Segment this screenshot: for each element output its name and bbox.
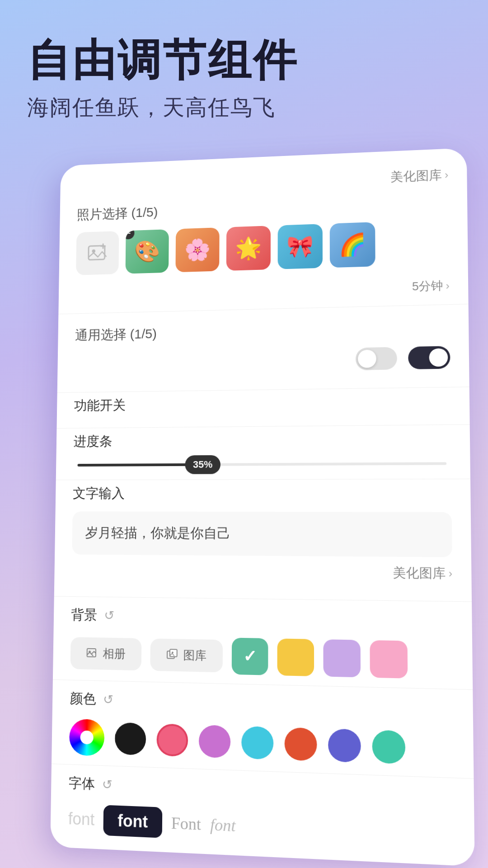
- header-section: 自由调节组件 海阔任鱼跃，天高任鸟飞: [0, 0, 488, 140]
- checkmark-icon: ✓: [243, 646, 257, 666]
- gallery-button[interactable]: 图库: [150, 638, 223, 672]
- gallery-icon: [166, 648, 179, 661]
- bg-swatch-pink[interactable]: [370, 640, 408, 679]
- font-text-faded-left: font: [68, 809, 95, 830]
- font-refresh-icon[interactable]: ↺: [102, 777, 113, 792]
- font-section: 字体 ↺ font font Font font: [68, 764, 455, 856]
- album-icon: [86, 647, 99, 660]
- bg-label: 背景: [71, 606, 97, 625]
- font-text-italic: font: [210, 815, 236, 835]
- color-row: [69, 719, 455, 768]
- top-bar: 美化图库 ›: [77, 166, 449, 198]
- photo-row: −: [76, 219, 449, 275]
- text-input-label: 文字输入: [73, 484, 452, 503]
- progress-track[interactable]: 35%: [78, 462, 447, 467]
- color-dot-black[interactable]: [115, 722, 146, 755]
- toggle-off[interactable]: [356, 347, 397, 370]
- photo-section-label: 照片选择 (1/5): [77, 192, 449, 224]
- toggle-on[interactable]: [408, 346, 450, 369]
- background-section: 背景 ↺ 相册 图库: [70, 597, 453, 689]
- toggle-knob-on: [429, 348, 448, 367]
- sub-title: 海阔任鱼跃，天高任鸟飞: [27, 93, 461, 122]
- function-switch-section: 功能开关: [74, 387, 451, 428]
- photo-thumb-1[interactable]: −: [126, 229, 169, 274]
- font-header: 字体 ↺: [69, 774, 455, 808]
- time-link[interactable]: 5分钟 ›: [412, 278, 450, 294]
- font-item-faded-left[interactable]: font: [68, 809, 95, 830]
- font-item-italic[interactable]: font: [210, 815, 236, 835]
- time-row: 5分钟 ›: [75, 278, 450, 303]
- bg-swatch-purple[interactable]: [323, 639, 361, 677]
- photo-thumb-2[interactable]: [175, 227, 219, 272]
- bg-row: 相册 图库 ✓: [70, 635, 454, 679]
- svg-rect-4: [87, 649, 96, 657]
- color-dot-cyan[interactable]: [241, 726, 273, 760]
- photo-thumb-3[interactable]: [226, 226, 271, 271]
- text-input-section: 文字输入 岁月轻描，你就是你自己 美化图库 ›: [71, 479, 453, 601]
- color-refresh-icon[interactable]: ↺: [103, 692, 113, 708]
- progress-section: 进度条 35%: [73, 425, 451, 480]
- font-item-normal-1[interactable]: Font: [171, 813, 201, 834]
- color-wheel-inner: [80, 731, 93, 745]
- color-wheel[interactable]: [69, 719, 105, 756]
- text-input-box[interactable]: 岁月轻描，你就是你自己: [72, 511, 452, 557]
- album-button[interactable]: 相册: [70, 637, 142, 670]
- function-switch-label: 功能开关: [74, 392, 451, 415]
- color-dot-orange[interactable]: [285, 727, 317, 761]
- bg-swatch-yellow[interactable]: [277, 638, 314, 676]
- photo-thumb-5[interactable]: [330, 222, 375, 268]
- color-dot-pink[interactable]: [156, 723, 188, 757]
- progress-label: 进度条: [74, 429, 451, 451]
- beautify-link-2[interactable]: 美化图库 ›: [393, 564, 452, 582]
- image-add-icon: [87, 242, 108, 264]
- progress-thumb[interactable]: 35%: [185, 455, 221, 474]
- time-chevron-icon: ›: [446, 279, 450, 292]
- general-section-label: 通用选择 (1/5): [75, 318, 450, 344]
- bg-header: 背景 ↺: [71, 606, 453, 631]
- beautify-chevron-icon: ›: [449, 567, 453, 580]
- color-header: 颜色 ↺: [70, 689, 454, 718]
- font-text-selected: font: [117, 811, 148, 832]
- progress-fill: [78, 463, 203, 467]
- photo-section: 照片选择 (1/5) −: [75, 192, 450, 303]
- color-label: 颜色: [70, 689, 96, 709]
- bg-swatch-green[interactable]: ✓: [232, 638, 268, 675]
- color-dot-blue[interactable]: [328, 729, 361, 763]
- add-photo-button[interactable]: [76, 231, 119, 275]
- toggle-knob-off: [358, 349, 376, 368]
- refresh-icon[interactable]: ↺: [104, 608, 114, 623]
- color-section: 颜色 ↺: [69, 680, 455, 778]
- phone-card: 美化图库 › 照片选择 (1/5) −: [50, 148, 474, 866]
- beautify-library-link[interactable]: 美化图库 ›: [390, 166, 449, 185]
- font-text-normal-1: Font: [171, 813, 201, 834]
- font-label: 字体: [69, 774, 95, 794]
- main-title: 自由调节组件: [27, 36, 461, 84]
- chevron-right-icon: ›: [445, 169, 448, 181]
- general-section: 通用选择 (1/5): [74, 305, 450, 392]
- color-dot-purple[interactable]: [199, 725, 231, 758]
- toggles-row: [75, 346, 450, 375]
- beautify-row: 美化图库 ›: [71, 561, 452, 582]
- svg-rect-7: [170, 649, 177, 656]
- color-dot-teal[interactable]: [372, 730, 405, 764]
- font-row: font font Font font: [68, 803, 455, 851]
- photo-thumb-4[interactable]: [278, 224, 323, 269]
- font-item-selected[interactable]: font: [103, 805, 162, 838]
